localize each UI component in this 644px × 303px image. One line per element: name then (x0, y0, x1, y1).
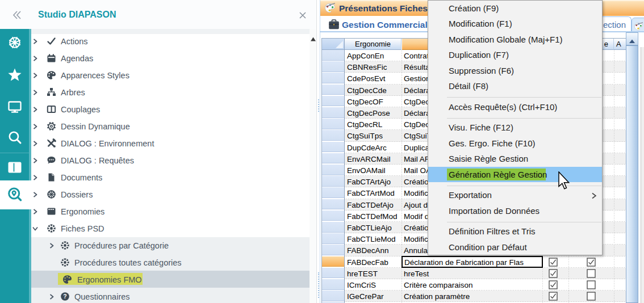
svg-text:?: ? (63, 293, 66, 300)
